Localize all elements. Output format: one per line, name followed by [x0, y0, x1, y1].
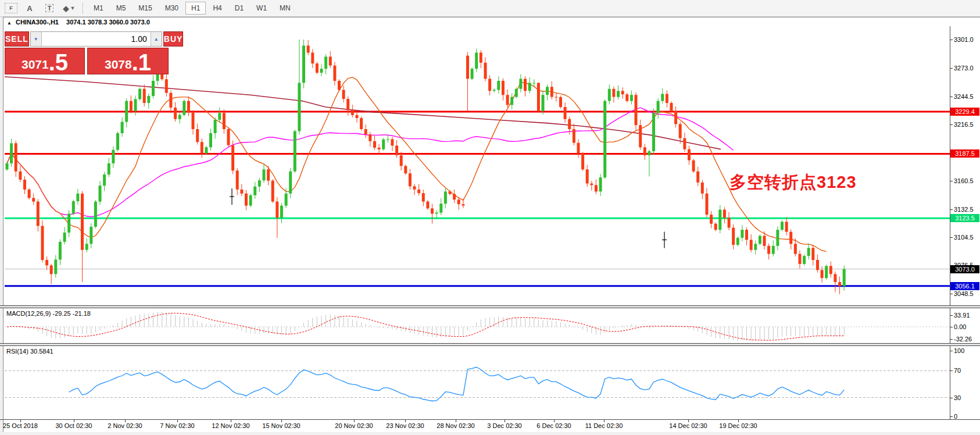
macd-axis-tick — [950, 315, 953, 316]
toolbar-separator — [83, 2, 84, 14]
macd-axis-tick — [950, 339, 953, 340]
price-axis-label: 3104.5 — [954, 234, 974, 241]
chart-title: ▲ CHINA300-,H1 3074.1 3078.3 3060.0 3073… — [7, 19, 150, 26]
chart-grid-icon[interactable]: F — [5, 3, 17, 13]
price-axis-label: 3132.5 — [954, 206, 974, 213]
buy-price[interactable]: 3078 .1 — [87, 48, 169, 74]
price-axis-label: 3216.5 — [954, 121, 974, 128]
time-axis-label: 20 Nov 02:30 — [335, 422, 373, 429]
trade-panel: SELL ▼ ▲ BUY 3071 .5 3078 .1 — [5, 31, 169, 74]
shapes-icon[interactable]: ◆▼ — [62, 2, 77, 14]
rsi-line — [69, 367, 845, 401]
price-tag: 3123.5 — [950, 214, 979, 222]
volume-spinner: ▼ ▲ — [30, 31, 162, 47]
price-axis-tick — [950, 97, 953, 97]
price-axis-tick — [950, 40, 953, 40]
timeframe-m1[interactable]: M1 — [88, 2, 109, 15]
time-axis-label: 28 Nov 02:30 — [437, 422, 474, 429]
time-axis-label: 23 Nov 02:30 — [386, 422, 424, 429]
price-axis-label: 3048.5 — [954, 290, 974, 297]
rsi-axis-label: 100 — [954, 347, 964, 354]
price-axis-line — [950, 26, 950, 419]
annotation-text: 多空转折点3123 — [729, 171, 857, 194]
sell-price[interactable]: 3071 .5 — [5, 48, 85, 74]
price-axis-label: 3301.0 — [954, 36, 974, 43]
price-axis-tick — [950, 237, 953, 238]
toolbar-timeframes: M1M5M15M30H1H4D1W1MN — [87, 2, 297, 15]
rsi-label: RSI(14) 30.5841 — [6, 348, 53, 355]
time-axis-label: 25 Oct 2018 — [3, 422, 38, 429]
time-axis-label: 3 Dec 02:30 — [487, 422, 521, 429]
macd-pane[interactable] — [0, 308, 950, 343]
time-axis-label: 19 Dec 02:30 — [719, 422, 757, 429]
price-axis-tick — [950, 181, 953, 181]
rsi-axis-tick — [950, 370, 953, 371]
chevron-down-icon: ▼ — [70, 5, 76, 11]
timeframe-mn[interactable]: MN — [274, 2, 296, 15]
sell-price-pip: .5 — [49, 52, 68, 72]
timeframe-w1[interactable]: W1 — [251, 2, 273, 15]
timeframe-m30[interactable]: M30 — [159, 2, 184, 15]
timeframe-m15[interactable]: M15 — [133, 2, 158, 15]
text-tool-icon[interactable]: T — [42, 2, 57, 14]
rsi-axis-tick — [950, 398, 953, 398]
sell-button[interactable]: SELL — [5, 31, 29, 47]
rsi-axis-label: 70 — [954, 367, 961, 374]
collapse-triangle-icon[interactable]: ▲ — [7, 20, 12, 26]
price-axis-label: 3244.5 — [954, 93, 974, 100]
rsi-axis-tick — [950, 351, 953, 351]
macd-axis-tick — [950, 327, 953, 327]
pane-splitter[interactable] — [0, 343, 980, 346]
time-axis-label: 30 Oct 02:30 — [56, 422, 92, 429]
candlesticks — [6, 40, 846, 294]
time-axis-label: 6 Dec 02:30 — [537, 422, 571, 429]
toolbar-icons: FAT◆▼ — [0, 2, 77, 14]
symbol-label: CHINA300-,H1 — [16, 19, 59, 26]
macd-label: MACD(12,26,9) -29.25 -21.18 — [6, 310, 91, 317]
volume-input[interactable] — [42, 32, 151, 46]
price-axis-tick — [950, 68, 953, 69]
timeframe-h4[interactable]: H4 — [207, 2, 227, 15]
time-axis-label: 15 Nov 02:30 — [262, 422, 300, 429]
time-axis-label: 12 Nov 02:30 — [212, 422, 249, 429]
price-tag: 3073.0 — [950, 265, 979, 273]
rsi-axis-tick — [950, 416, 953, 417]
price-axis-label: 3160.5 — [954, 177, 974, 184]
rsi-axis-label: 30 — [954, 394, 961, 401]
time-axis-line — [0, 419, 980, 420]
price-axis-label: 3273.0 — [954, 65, 974, 72]
macd-histogram — [7, 312, 844, 341]
macd-axis-label: -32.26 — [954, 336, 972, 343]
toolbar: FAT◆▼ M1M5M15M30H1H4D1W1MN — [0, 0, 980, 17]
time-axis-label: 2 Nov 02:30 — [108, 422, 142, 429]
time-axis-label: 14 Dec 02:30 — [669, 422, 707, 429]
volume-decrease-icon[interactable]: ▼ — [31, 32, 42, 46]
volume-increase-icon[interactable]: ▲ — [151, 32, 162, 46]
price-tag: 3187.5 — [950, 149, 979, 158]
macd-axis-label: 0.00 — [954, 323, 966, 330]
price-axis-tick — [950, 294, 953, 294]
time-axis-label: 11 Dec 02:30 — [585, 422, 623, 429]
buy-button[interactable]: BUY — [163, 31, 184, 47]
rsi-pane[interactable] — [0, 346, 950, 419]
sell-price-main: 3071 — [22, 57, 49, 72]
buy-price-pip: .1 — [132, 52, 151, 72]
label-a-icon[interactable]: A — [22, 2, 37, 14]
macd-axis-label: 33.91 — [954, 312, 970, 319]
timeframe-d1[interactable]: D1 — [229, 2, 249, 15]
time-axis-label: 7 Nov 02:30 — [160, 422, 194, 429]
timeframe-m5[interactable]: M5 — [110, 2, 132, 15]
ohlc-values: 3074.1 3078.3 3060.0 3073.0 — [66, 19, 150, 26]
price-axis-tick — [950, 209, 953, 210]
timeframe-h1[interactable]: H1 — [185, 2, 206, 15]
pane-splitter[interactable] — [0, 305, 980, 308]
price-tag: 3229.4 — [950, 108, 979, 116]
buy-price-main: 3078 — [105, 57, 132, 72]
price-axis-tick — [950, 124, 953, 125]
price-tag: 3056.1 — [950, 282, 979, 290]
